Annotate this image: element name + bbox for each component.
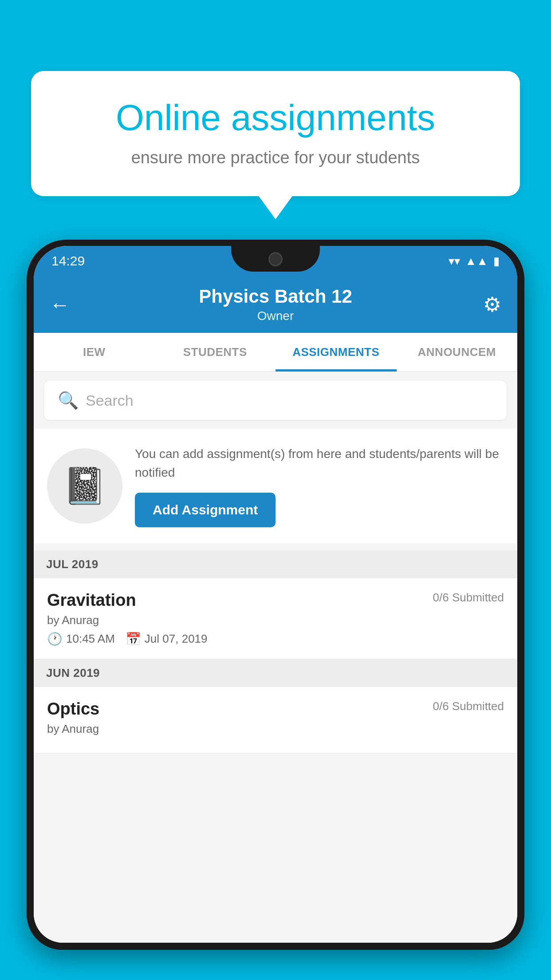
- status-time: 14:29: [51, 253, 85, 269]
- settings-button[interactable]: ⚙: [483, 292, 501, 316]
- battery-icon: ▮: [493, 254, 500, 268]
- batch-subtitle: Owner: [199, 309, 352, 323]
- bubble-title: Online assignments: [62, 98, 489, 138]
- tab-students[interactable]: STUDENTS: [155, 333, 276, 371]
- promo-text-group: You can add assignment(s) from here and …: [135, 445, 504, 527]
- calendar-icon: 📅: [126, 632, 141, 646]
- content-area: 🔍 Search 📓 You can add assignment(s) fro…: [34, 372, 517, 943]
- tab-announcements[interactable]: ANNOUNCEM: [397, 333, 518, 371]
- assignment-date: 📅 Jul 07, 2019: [126, 632, 208, 646]
- tabs-bar: IEW STUDENTS ASSIGNMENTS ANNOUNCEM: [34, 333, 517, 372]
- add-assignment-button[interactable]: Add Assignment: [135, 493, 276, 527]
- promo-icon-circle: 📓: [47, 448, 122, 524]
- clock-icon: 🕐: [47, 632, 63, 646]
- assignment-time: 🕐 10:45 AM: [47, 632, 115, 646]
- assignment-name: Gravitation: [47, 591, 136, 610]
- search-bar[interactable]: 🔍 Search: [44, 381, 507, 420]
- phone-camera: [268, 252, 283, 266]
- assignment-item-optics[interactable]: Optics 0/6 Submitted by Anurag: [34, 687, 517, 753]
- status-icons: ▾▾ ▲▲ ▮: [449, 254, 500, 268]
- tab-iew[interactable]: IEW: [34, 333, 155, 371]
- back-button[interactable]: ←: [50, 292, 70, 316]
- phone-frame: 14:29 ▾▾ ▲▲ ▮ ← Physics Batch 12 Owner ⚙: [27, 240, 524, 980]
- batch-title: Physics Batch 12: [199, 286, 352, 307]
- section-header-jun: JUN 2019: [34, 659, 517, 687]
- header-title-group: Physics Batch 12 Owner: [199, 286, 352, 323]
- bubble-subtitle: ensure more practice for your students: [62, 148, 489, 167]
- assignment-name-optics: Optics: [47, 699, 99, 719]
- signal-icon: ▲▲: [465, 254, 488, 268]
- assignment-submitted: 0/6 Submitted: [433, 591, 504, 605]
- wifi-icon: ▾▾: [449, 254, 460, 268]
- promo-card: 📓 You can add assignment(s) from here an…: [34, 429, 517, 543]
- promo-bubble: Online assignments ensure more practice …: [31, 71, 520, 196]
- assignment-by: by Anurag: [47, 613, 504, 627]
- search-icon: 🔍: [58, 391, 79, 410]
- notebook-icon: 📓: [63, 465, 107, 507]
- assignment-by-optics: by Anurag: [47, 722, 504, 736]
- app-header: ← Physics Batch 12 Owner ⚙: [34, 276, 517, 333]
- search-placeholder: Search: [86, 392, 134, 409]
- phone-notch: [231, 246, 320, 272]
- assignment-item-gravitation[interactable]: Gravitation 0/6 Submitted by Anurag 🕐 10…: [34, 578, 517, 659]
- assignment-meta: 🕐 10:45 AM 📅 Jul 07, 2019: [47, 632, 504, 646]
- tab-assignments[interactable]: ASSIGNMENTS: [276, 333, 397, 371]
- section-header-jul: JUL 2019: [34, 550, 517, 578]
- promo-description: You can add assignment(s) from here and …: [135, 445, 504, 482]
- assignment-submitted-optics: 0/6 Submitted: [433, 699, 504, 713]
